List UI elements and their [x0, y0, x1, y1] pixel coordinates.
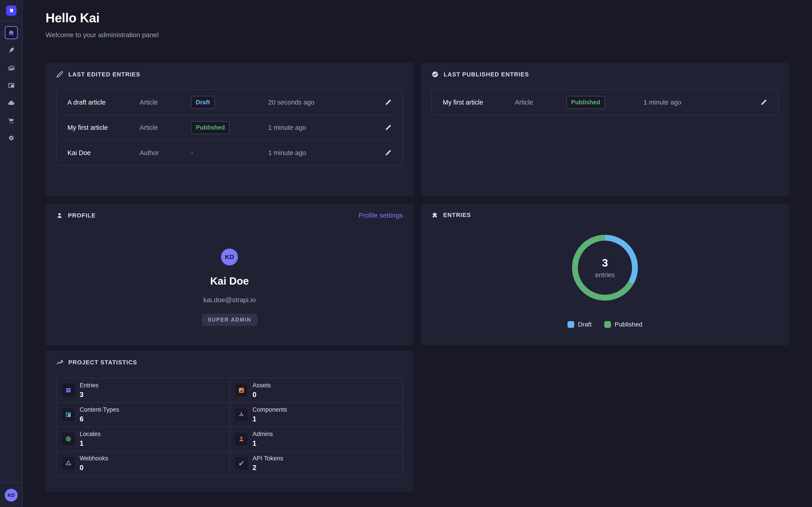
sidebar-item-settings[interactable] — [5, 131, 18, 145]
trend-up-icon — [56, 359, 63, 366]
pencil-icon — [385, 124, 392, 131]
entry-time: 1 minute ago — [268, 149, 385, 157]
stat-entries: Entries 3 — [57, 378, 230, 402]
picture-icon — [235, 384, 248, 397]
key-icon — [235, 457, 248, 469]
stat-value: 1 — [80, 439, 101, 448]
profile-name: Kai Doe — [210, 275, 249, 287]
fan-icon — [235, 408, 248, 421]
sidebar-bottom: KD — [0, 483, 22, 507]
stat-admins: Admins 1 — [230, 427, 403, 451]
last-published-table: My first article Article Published 1 min… — [432, 89, 778, 115]
stat-value: 2 — [253, 464, 283, 472]
card-title: ENTRIES — [443, 212, 471, 219]
entries-card: ENTRIES 3 entries Draft — [421, 204, 789, 345]
globe-icon — [62, 433, 75, 445]
sidebar-item-home[interactable] — [5, 26, 18, 39]
last-published-entries-card: LAST PUBLISHED ENTRIES My first article … — [421, 63, 789, 196]
edit-entry-button[interactable] — [385, 99, 392, 106]
user-avatar[interactable]: KD — [5, 489, 17, 502]
last-edited-entries-card: LAST EDITED ENTRIES A draft article Arti… — [46, 63, 413, 196]
role-badge: SUPER ADMIN — [202, 314, 257, 326]
stat-value: 1 — [253, 439, 273, 448]
stat-label: Locales — [80, 431, 101, 438]
status-badge: Published — [191, 121, 230, 134]
entries-count: 3 — [602, 257, 608, 269]
sidebar-item-content-manager[interactable] — [5, 44, 18, 57]
profile-email: kai.doe@strapi.io — [203, 296, 256, 304]
donut-center: 3 entries — [578, 241, 632, 295]
legend-item-published: Published — [604, 321, 642, 328]
page-subtitle: Welcome to your administration panel — [46, 31, 789, 39]
user-icon — [235, 433, 248, 445]
entry-name: My first article — [443, 99, 515, 106]
sidebar-item-marketplace[interactable] — [5, 114, 18, 127]
page-title: Hello Kai — [46, 10, 789, 25]
profile-card: PROFILE Profile settings KD Kai Doe kai.… — [46, 204, 413, 345]
last-edited-table: A draft article Article Draft 20 seconds… — [56, 89, 403, 166]
stat-value: 0 — [80, 464, 108, 472]
stats-table: Entries 3 Assets 0 — [56, 378, 403, 476]
draft-swatch — [567, 321, 574, 328]
table-row: Kai Doe Author - 1 minute ago — [57, 140, 402, 165]
published-swatch — [604, 321, 611, 328]
sidebar: KD — [0, 0, 23, 507]
stat-label: API Tokens — [253, 455, 283, 462]
legend-label: Published — [615, 321, 642, 328]
stat-value: 6 — [80, 415, 119, 423]
stat-label: Assets — [253, 382, 271, 389]
webhook-icon — [62, 457, 75, 469]
legend-item-draft: Draft — [567, 321, 592, 328]
sidebar-item-content-type-builder[interactable] — [5, 79, 18, 92]
edit-entry-button[interactable] — [760, 99, 767, 106]
stat-value: 1 — [253, 415, 287, 423]
feather-icon — [8, 47, 15, 54]
app-root: KD Hello Kai Welcome to your administrat… — [0, 0, 812, 507]
card-title: PROFILE — [68, 212, 96, 219]
stat-value: 0 — [253, 391, 271, 399]
stat-label: Entries — [80, 382, 99, 389]
sidebar-divider-bottom — [0, 483, 22, 483]
images-icon — [8, 64, 15, 71]
stat-content-types: Content-Types 6 — [57, 402, 230, 427]
stat-label: Content-Types — [80, 406, 119, 413]
sidebar-nav — [5, 26, 18, 145]
entry-kind: Article — [140, 124, 191, 131]
entries-donut-chart: 3 entries — [572, 235, 638, 300]
status-empty: - — [191, 149, 193, 156]
table-row: A draft article Article Draft 20 seconds… — [57, 90, 402, 115]
legend-label: Draft — [578, 321, 592, 328]
stat-locales: Locales 1 — [57, 427, 230, 451]
layout-icon — [62, 408, 75, 421]
gear-icon — [8, 135, 15, 142]
stat-label: Components — [253, 406, 287, 413]
user-icon — [56, 212, 63, 219]
sidebar-item-deploy[interactable] — [5, 97, 18, 110]
sidebar-item-media-library[interactable] — [5, 61, 18, 74]
edit-entry-button[interactable] — [385, 124, 392, 131]
cloud-icon — [8, 99, 15, 107]
profile-avatar: KD — [221, 248, 238, 266]
strapi-logo-icon — [6, 5, 16, 16]
puzzle-icon — [432, 212, 438, 219]
main-content: Hello Kai Welcome to your administration… — [23, 0, 812, 507]
chart-legend: Draft Published — [567, 321, 642, 328]
entry-name: Kai Doe — [67, 149, 140, 157]
profile-settings-link[interactable]: Profile settings — [358, 212, 403, 219]
pencil-icon — [385, 99, 392, 106]
card-title: PROJECT STATISTICS — [68, 359, 137, 366]
stat-value: 3 — [80, 391, 99, 399]
status-badge: Published — [566, 96, 605, 109]
edit-entry-button[interactable] — [385, 150, 392, 156]
check-circle-icon — [432, 71, 439, 78]
cart-icon — [8, 117, 15, 124]
stat-webhooks: Webhooks 0 — [57, 451, 230, 475]
entry-time: 1 minute ago — [268, 124, 385, 131]
pencil-icon — [385, 150, 392, 156]
entry-name: A draft article — [67, 99, 140, 106]
entry-time: 20 seconds ago — [268, 99, 385, 106]
pencil-icon — [56, 71, 63, 78]
table-row: My first article Article Published 1 min… — [57, 115, 402, 140]
layout-icon — [8, 82, 15, 89]
entry-kind: Article — [140, 99, 191, 106]
